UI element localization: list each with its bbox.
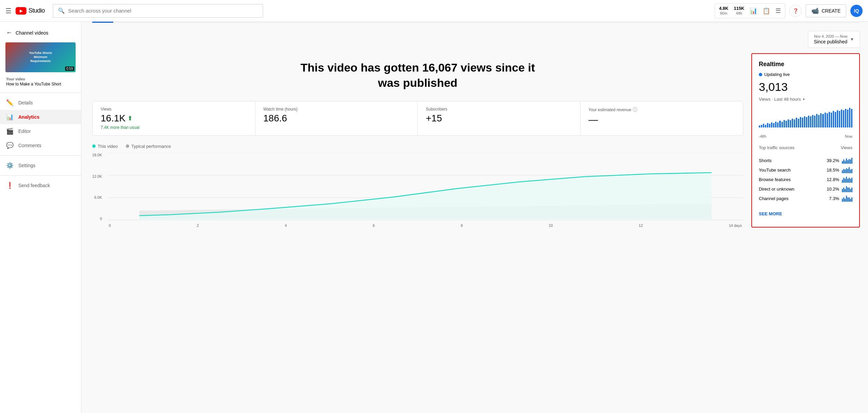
spark-bar <box>846 158 847 164</box>
spark-bar <box>842 161 843 164</box>
svg-marker-5 <box>139 173 712 220</box>
mini-bar <box>849 108 850 127</box>
sidebar: ← Channel videos YouTube ShortsMinimumRe… <box>0 22 81 236</box>
traffic-sparkline <box>842 176 852 183</box>
studio-text: Studio <box>28 7 45 14</box>
chart-body: 0 2 4 6 8 10 12 14 days <box>107 153 743 228</box>
spark-bar <box>846 186 847 192</box>
metrics-bar: Views 16.1K ⬆ 7.4K more than usual Watch… <box>92 101 743 136</box>
mini-bar <box>808 116 809 128</box>
search-bar[interactable]: 🔍 <box>53 4 263 18</box>
details-label: Details <box>18 100 33 105</box>
metric-subs-label: Subscribers <box>426 107 572 112</box>
mini-bar <box>822 114 824 127</box>
sidebar-item-comments[interactable]: 💬 Comments <box>0 138 81 153</box>
spark-bar <box>845 170 846 173</box>
back-to-channel-videos[interactable]: ← Channel videos <box>0 26 81 40</box>
sidebar-item-settings[interactable]: ⚙️ Settings <box>0 158 81 173</box>
y-label-0: 0 <box>100 217 102 221</box>
metric-views-value: 16.1K ⬆ <box>101 113 247 124</box>
metric-views[interactable]: Views 16.1K ⬆ 7.4K more than usual <box>93 101 255 135</box>
realtime-title: Realtime <box>759 61 852 68</box>
sidebar-item-send-feedback[interactable]: ❗ Send feedback <box>0 178 81 193</box>
metric-views-note: 7.4K more than usual <box>101 125 247 130</box>
analytics-label: Analytics <box>18 114 39 120</box>
back-arrow-icon: ← <box>6 29 12 36</box>
sidebar-item-analytics[interactable]: 📊 Analytics <box>0 110 81 124</box>
stat-lbl-60m: 60m <box>720 11 727 16</box>
mini-bar <box>761 125 762 128</box>
mini-bar <box>833 111 834 127</box>
nav-left: ☰ Studio <box>5 7 45 15</box>
chart-label-right: Now <box>845 134 852 138</box>
user-avatar[interactable]: IQ <box>850 5 863 17</box>
mini-bar <box>847 110 848 128</box>
traffic-source-name: Shorts <box>759 158 822 163</box>
date-range-picker[interactable]: Nov 4, 2020 — Now Since published ▼ <box>808 31 860 48</box>
see-more-button[interactable]: SEE MORE <box>759 211 852 216</box>
chart-area <box>107 153 743 221</box>
spark-bar <box>845 179 846 183</box>
thumb-duration: 0:59 <box>65 66 74 71</box>
youtube-studio-logo[interactable]: Studio <box>16 7 45 15</box>
info-icon: ⓘ <box>633 107 637 113</box>
x-label-12: 12 <box>639 223 643 228</box>
traffic-sparkline <box>842 195 852 202</box>
feedback-icon: ❗ <box>6 182 14 189</box>
mini-bar <box>779 121 781 127</box>
traffic-row: Direct or unknown10.2% <box>759 185 852 192</box>
spark-bar <box>849 197 850 202</box>
spark-bar <box>845 189 846 193</box>
channel-stats-box[interactable]: 4.8K 60m 115K 48h 📊 📋 ☰ <box>715 3 786 18</box>
spark-bar <box>846 196 847 202</box>
metric-subscribers[interactable]: Subscribers +15 <box>418 101 580 135</box>
x-label-2: 2 <box>197 223 199 228</box>
search-input[interactable] <box>68 8 258 14</box>
hero-title: This video has gotten 16,067 views since… <box>299 60 536 90</box>
create-button[interactable]: 📹 CREATE <box>806 4 846 17</box>
stat-val-115k: 115K <box>734 6 744 11</box>
y-label-18k: 18.0K <box>92 153 102 157</box>
video-thumbnail[interactable]: YouTube ShortsMinimumRequirements 0:59 <box>5 42 76 72</box>
hamburger-menu[interactable]: ☰ <box>5 7 12 15</box>
mini-bar <box>788 119 789 128</box>
stat-val-4k: 4.8K <box>719 6 728 11</box>
traffic-row: Shorts39.2% <box>759 157 852 164</box>
content-header: Nov 4, 2020 — Now Since published ▼ <box>92 31 860 48</box>
spark-bar <box>850 159 851 164</box>
traffic-row: Browse features12.8% <box>759 176 852 183</box>
spark-bar <box>842 189 843 193</box>
spark-bar <box>851 178 852 183</box>
mini-bar <box>839 111 840 127</box>
help-button[interactable]: ❓ <box>789 5 802 17</box>
analytics-icon: 📊 <box>6 113 14 121</box>
traffic-rows: Shorts39.2%YouTube search18.5%Browse fea… <box>759 154 852 204</box>
thumb-text: YouTube ShortsMinimumRequirements <box>27 50 53 64</box>
spark-bar <box>849 159 850 164</box>
playlist-icon: 📋 <box>763 7 770 15</box>
mini-bar <box>818 115 820 128</box>
mini-bar <box>806 117 807 127</box>
spark-bar <box>849 178 850 183</box>
comments-icon: 💬 <box>6 142 14 149</box>
legend-this-video-label: This video <box>98 144 118 149</box>
sidebar-item-details[interactable]: ✏️ Details <box>0 96 81 110</box>
traffic-source-pct: 18.5% <box>825 168 839 173</box>
mini-bar <box>798 119 799 128</box>
spark-bar <box>843 178 844 183</box>
chart-svg <box>107 153 743 221</box>
realtime-sub-label[interactable]: Views · Last 48 hours ▾ <box>759 97 852 102</box>
metric-revenue[interactable]: Your estimated revenue ⓘ — <box>580 101 743 135</box>
hero-section: This video has gotten 16,067 views since… <box>92 53 743 101</box>
traffic-sparkline <box>842 157 852 164</box>
traffic-source-name: Channel pages <box>759 196 822 201</box>
mini-bar <box>800 117 801 127</box>
your-video-label: Your video <box>0 75 81 82</box>
views-up-icon: ⬆ <box>127 115 133 122</box>
mini-bar <box>831 113 832 128</box>
metric-revenue-label: Your estimated revenue ⓘ <box>589 107 735 113</box>
chart-legend: This video Typical performance <box>92 144 743 149</box>
sidebar-item-editor[interactable]: 🎬 Editor <box>0 124 81 138</box>
editor-label: Editor <box>18 129 31 134</box>
metric-watchtime[interactable]: Watch time (hours) 186.6 <box>255 101 418 135</box>
